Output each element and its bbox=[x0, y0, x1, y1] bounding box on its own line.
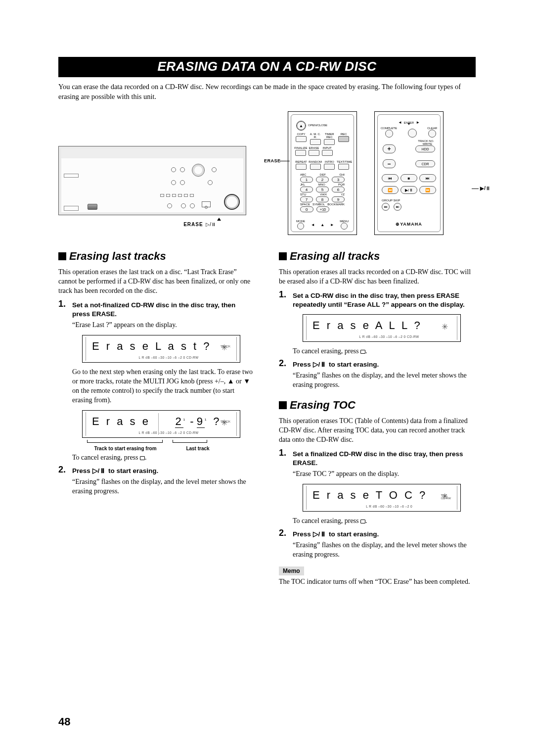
open-close-button: ▲ bbox=[296, 121, 306, 131]
display-caption: Track to start erasing from Last track bbox=[82, 446, 255, 451]
deck-unit-diagram: ERASE ▷/⏸ bbox=[58, 146, 246, 215]
erase-toc-step1: 1. Set a finalized CD-RW disc in the dis… bbox=[279, 450, 476, 526]
page-number: 48 bbox=[58, 715, 70, 728]
deck-erase-label: ERASE ▷/⏸ bbox=[183, 222, 216, 227]
multi-jog-knob bbox=[224, 194, 240, 210]
stop-icon bbox=[360, 350, 365, 354]
page-title-bar: ERASING DATA ON A CD-RW DISC bbox=[58, 57, 476, 77]
display-erase-last: E r a s e L a s t ? ✳ TRACK L R dB –60 –… bbox=[82, 335, 240, 363]
erase-all-step1: 1. Set a CD-RW disc in the disc tray, th… bbox=[279, 291, 476, 356]
memo-text: The TOC indicator turns off when “TOC Er… bbox=[279, 577, 476, 587]
erase-last-step1: 1. Set a not-finalized CD-RW disc in the… bbox=[58, 301, 255, 463]
erase-all-step2: 2. Press ▷/⏸ to start erasing. “Erasing”… bbox=[279, 360, 476, 390]
cancel-erase-note: To cancel erasing, press . bbox=[72, 453, 255, 463]
stop-icon bbox=[140, 456, 145, 460]
display-erase-all: E r a s e A L L ? ✳ L R dB –60 –30 –10 –… bbox=[303, 314, 461, 342]
erase-last-step2: 2. Press ▷/⏸ to start erasing. “Erasing”… bbox=[58, 467, 255, 496]
stop-icon bbox=[360, 520, 365, 523]
erase-toc-desc: This operation erases TOC (Table of Cont… bbox=[279, 417, 476, 445]
remote-playpause-callout: ▶/⏸ bbox=[480, 186, 490, 191]
display-erase-range: E r a s e 2¹ - 9¹ ? ✳ TRACK L R dB –60 –… bbox=[82, 410, 240, 438]
heading-erase-last: Erasing last tracks bbox=[58, 250, 255, 263]
yamaha-logo: ⊕YAMAHA bbox=[378, 222, 440, 227]
remote-erase-callout: ERASE bbox=[264, 158, 281, 163]
heading-erase-all: Erasing all tracks bbox=[279, 250, 476, 263]
disc-spin-icon: ✳ bbox=[442, 322, 448, 331]
memo-label: Memo bbox=[279, 567, 304, 575]
intro-text: You can erase the data recorded on a CD-… bbox=[58, 82, 476, 101]
remote-diagram: ERASE ▶/⏸ ▲ OPEN/CLOSE COPY A. M. C. R. … bbox=[278, 111, 476, 235]
display-erase-toc: E r a s e T O C ? ✳ TOC CD-RW L R dB –60… bbox=[303, 484, 461, 512]
diagram-row: ERASE ▷/⏸ ERASE ▶/⏸ ▲ OPEN/CLOSE COPY A.… bbox=[58, 111, 476, 235]
open-close-label: OPEN/CLOSE bbox=[308, 124, 327, 127]
erase-last-desc: This operation erases the last track on … bbox=[58, 268, 255, 296]
erase-last-go-next: Go to the next step when erasing only th… bbox=[72, 368, 255, 405]
heading-erase-toc: Erasing TOC bbox=[279, 399, 476, 412]
erase-toc-step2: 2. Press ▷/⏸ to start erasing. “Erasing”… bbox=[279, 530, 476, 560]
erase-all-desc: This operation erases all tracks recorde… bbox=[279, 268, 476, 286]
